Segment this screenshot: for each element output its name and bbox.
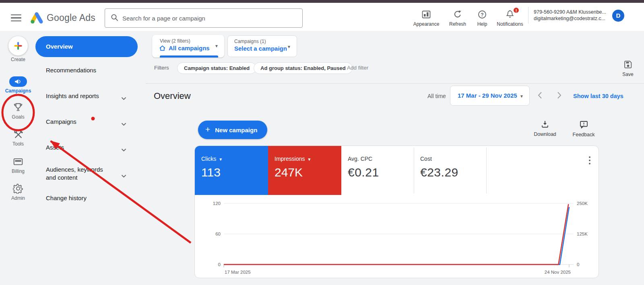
filter-chip-ad-group-status[interactable]: Ad group status: Enabled, Paused [254,62,353,74]
app-header: Google Ads Appearance Refresh ? Help [0,3,644,31]
right-axis-tick: 250K [577,201,588,206]
feedback-button[interactable]: Feedback [568,121,600,137]
global-search[interactable] [105,8,303,28]
view-selector-label: View (2 filters) [160,38,224,44]
campaign-selector-label: Campaigns (1) [234,39,297,44]
rail-item-create[interactable]: Create [0,36,36,62]
dropdown-caret-icon: ▼ [287,45,291,49]
left-axis-tick: 60 [215,232,221,236]
rail-item-admin[interactable]: Admin [0,183,36,201]
rail-item-billing[interactable]: Billing [0,156,36,174]
home-icon [159,45,166,51]
download-icon [541,123,549,129]
rail-item-goals[interactable]: Goals [0,102,36,120]
rail-item-campaigns[interactable]: Campaigns [0,76,36,94]
scorecard-clicks[interactable]: Clicks▼ 113 [195,146,268,195]
header-divider [528,7,528,24]
tools-icon [0,129,36,140]
clicks-line-series [224,207,569,264]
browser-top-strip [0,0,644,3]
google-ads-logo-icon [28,11,44,27]
google-ads-overview-page: Google Ads Appearance Refresh ? Help [0,0,644,285]
scorecard-avg-cpc[interactable]: Avg. CPC €0.21 [341,146,414,195]
new-campaign-button[interactable]: + New campaign [198,121,267,139]
trophy-icon [0,102,36,113]
save-button[interactable]: Save [615,60,641,77]
brand-name: Google Ads [47,12,95,23]
sidebar-item-campaigns[interactable]: Campaigns [35,116,138,128]
search-icon [111,14,118,23]
plus-icon: + [205,125,210,134]
date-range-picker[interactable]: 17 Mar - 29 Nov 2025 ▼ [450,86,530,106]
notifications-button[interactable]: ! Notifications [493,9,527,27]
account-info[interactable]: 979-560-9290 A&M Klussenbe... digitalmar… [534,9,609,22]
dropdown-caret-icon: ▼ [520,94,524,98]
dropdown-caret-icon: ▼ [215,44,219,48]
account-id: 979-560-9290 A&M Klussenbe... [534,9,609,15]
notification-badge: ! [513,7,520,14]
download-button[interactable]: Download [529,121,561,137]
sidebar-item-overview[interactable]: Overview [35,36,138,57]
right-axis-tick: 125K [577,232,588,236]
view-selector[interactable]: View (2 filters) All campaigns ▼ [152,35,224,57]
right-axis-tick: 0 [577,262,579,267]
feedback-icon [580,123,588,130]
timeseries-chart: 120 60 0 250K 125K 0 17 Mar 2025 24 Nov … [195,195,599,278]
scorecard-impressions[interactable]: Impressions▼ 247K [268,146,341,195]
notifications-bell-icon: ! [493,9,527,20]
sidebar-item-assets[interactable]: Assets [35,141,138,154]
create-plus-icon [8,36,28,55]
filter-chip-campaign-status[interactable]: Campaign status: Enabled [177,62,256,74]
x-axis-label-start: 17 Mar 2025 [225,270,251,275]
section-divider [146,83,644,84]
billing-card-icon [0,156,36,167]
metric-caret-icon: ▼ [307,157,311,162]
chevron-down-icon [121,120,126,127]
left-axis-tick: 0 [218,262,221,267]
date-range-value: 17 Mar - 29 Nov 2025 [458,92,529,99]
sidebar-item-insights-and-reports[interactable]: Insights and reports [35,90,138,102]
left-axis-tick: 120 [213,201,221,206]
time-scope-label: All time [427,93,446,99]
view-selector-value: All campaigns [169,45,210,51]
avg-cpc-value: €0.21 [348,166,414,179]
page-title: Overview [154,91,191,101]
sidebar-item-change-history[interactable]: Change history [35,192,138,204]
chart-options-kebab-menu[interactable] [586,156,593,164]
search-input[interactable] [122,15,291,22]
previous-range-chevron[interactable] [538,92,542,101]
add-filter-button[interactable]: Add filter [347,65,368,71]
appearance-icon [409,9,443,20]
chevron-down-icon [121,146,126,153]
svg-text:?: ? [481,12,483,18]
chevron-down-icon [121,172,126,179]
save-floppy-icon [624,63,632,70]
sidebar-item-audiences-keywords-content[interactable]: Audiences, keywords and content [35,162,138,185]
menu-hamburger-icon[interactable] [11,14,21,22]
clicks-value: 113 [201,166,268,179]
cost-value: €23.29 [420,166,486,179]
scorecard-divider [486,148,487,193]
filters-label: Filters [154,65,169,71]
metric-caret-icon: ▼ [219,157,223,162]
impressions-value: 247K [275,166,341,179]
overview-chart-card: Clicks▼ 113 Impressions▼ 247K Avg. CPC €… [194,146,599,278]
impressions-line-series [224,204,568,264]
scorecard-cost[interactable]: Cost €23.29 [414,146,486,195]
next-range-chevron[interactable] [557,92,561,101]
rail-item-tools[interactable]: Tools [0,129,36,147]
sidebar-item-recommendations[interactable]: Recommendations [35,64,138,76]
account-email: digitalmarketing@codestratz.c... [534,15,609,22]
megaphone-icon [9,76,27,87]
avatar[interactable]: D [612,10,624,22]
view-selector-active-bar [160,55,218,57]
campaign-selector[interactable]: Campaigns (1) Select a campaign ▼ [227,35,297,57]
chevron-down-icon [121,94,126,102]
x-axis-label-end: 24 Nov 2025 [545,270,571,275]
appearance-button[interactable]: Appearance [409,9,443,27]
show-last-30-days-link[interactable]: Show last 30 days [573,93,623,99]
gear-icon [0,183,36,194]
